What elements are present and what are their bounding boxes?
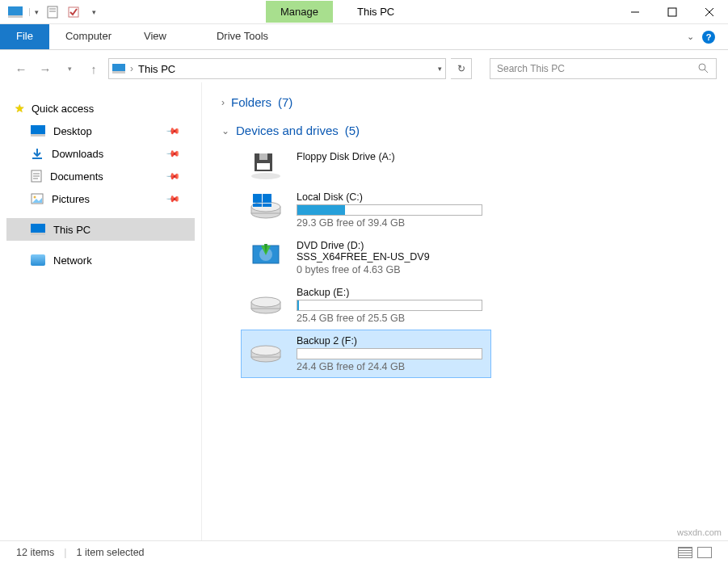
tab-drive-tools[interactable]: Drive Tools	[200, 24, 284, 49]
pin-icon: 📌	[165, 145, 180, 161]
app-icon	[8, 5, 23, 19]
svg-point-24	[251, 173, 280, 179]
svg-point-36	[251, 297, 280, 307]
drive-name: DVD Drive (D:)	[297, 240, 484, 251]
svg-point-39	[251, 346, 280, 355]
search-input[interactable]: Search This PC	[490, 58, 717, 79]
up-button[interactable]: ↑	[84, 59, 103, 78]
svg-rect-10	[112, 64, 125, 71]
chevron-right-icon: ›	[130, 63, 133, 74]
address-bar[interactable]: › This PC ▾	[108, 58, 446, 79]
chevron-right-icon: ›	[221, 97, 225, 108]
section-label: Devices and drives	[236, 124, 339, 137]
desktop-icon	[31, 125, 45, 137]
contextual-tab-manage[interactable]: Manage	[266, 1, 333, 23]
quick-access-toolbar: ▾ ▾	[0, 5, 104, 19]
qat-dropdown-icon[interactable]: ▾	[29, 8, 39, 16]
svg-rect-28	[253, 194, 262, 203]
svg-rect-31	[263, 204, 271, 207]
drive-free-text: 25.4 GB free of 25.5 GB	[297, 313, 484, 324]
drive-name: Backup (E:)	[297, 287, 484, 298]
close-button[interactable]	[691, 0, 728, 24]
hdd-icon	[248, 191, 284, 221]
back-button[interactable]: ←	[11, 59, 31, 78]
drive-name: Local Disk (C:)	[297, 191, 484, 203]
address-dropdown-icon[interactable]: ▾	[438, 65, 442, 73]
tab-view[interactable]: View	[128, 24, 183, 49]
drive-item-backup-e[interactable]: Backup (E:) 25.4 GB free of 25.5 GB	[241, 281, 491, 330]
sidebar-item-label: Desktop	[53, 125, 92, 137]
svg-rect-7	[668, 8, 676, 16]
status-item-count: 12 items	[16, 547, 54, 558]
minimize-button[interactable]	[616, 0, 654, 24]
drive-name: Backup 2 (F:)	[297, 335, 484, 347]
address-segment[interactable]: This PC	[138, 63, 175, 75]
sidebar-item-label: This PC	[53, 224, 90, 236]
navigation-pane: ★ Quick access Desktop 📌 Downloads 📌 Doc…	[0, 82, 202, 540]
sidebar-quick-access[interactable]: ★ Quick access	[6, 97, 195, 120]
content-area: › Folders (7) ⌄ Devices and drives (5) F…	[202, 82, 728, 540]
documents-icon	[31, 170, 42, 183]
drive-name: Floppy Disk Drive (A:)	[297, 151, 484, 162]
titlebar: ▾ ▾ Manage This PC	[0, 0, 728, 24]
forward-button[interactable]: →	[36, 59, 55, 78]
sidebar-item-pictures[interactable]: Pictures 📌	[6, 187, 195, 210]
maximize-button[interactable]	[654, 0, 691, 24]
pin-icon: 📌	[165, 123, 180, 138]
chevron-down-icon: ⌄	[221, 125, 229, 137]
sidebar-item-this-pc[interactable]: This PC	[6, 218, 195, 241]
svg-rect-29	[263, 194, 271, 203]
tab-file[interactable]: File	[0, 24, 49, 49]
section-count: (7)	[278, 95, 292, 109]
sidebar-item-downloads[interactable]: Downloads 📌	[6, 142, 195, 165]
network-icon	[31, 254, 45, 266]
refresh-button[interactable]: ↻	[451, 58, 472, 79]
pin-icon: 📌	[165, 191, 180, 206]
drive-free-text: 0 bytes free of 4.63 GB	[297, 264, 484, 275]
svg-rect-23	[257, 163, 270, 170]
sidebar-item-network[interactable]: Network	[6, 249, 195, 271]
sidebar-item-documents[interactable]: Documents 📌	[6, 165, 195, 187]
pin-icon: 📌	[165, 168, 180, 183]
sidebar-item-desktop[interactable]: Desktop 📌	[6, 120, 195, 142]
drive-item-floppy[interactable]: Floppy Disk Drive (A:)	[241, 145, 491, 186]
drive-free-text: 29.3 GB free of 39.4 GB	[297, 217, 484, 229]
dvd-icon	[248, 240, 284, 269]
section-count: (5)	[345, 124, 360, 137]
star-icon: ★	[15, 102, 25, 115]
capacity-bar	[297, 348, 482, 359]
svg-rect-2	[48, 6, 57, 18]
drive-item-dvd[interactable]: DVD Drive (D:) SSS_X64FREE_EN-US_DV9 0 b…	[241, 234, 491, 281]
status-selection: 1 item selected	[77, 547, 145, 558]
svg-line-13	[705, 69, 708, 73]
drive-item-backup2-f[interactable]: Backup 2 (F:) 24.4 GB free of 24.4 GB	[241, 330, 491, 378]
properties-icon[interactable]	[45, 5, 60, 19]
ribbon-collapse-icon[interactable]: ⌄	[687, 32, 694, 42]
svg-rect-1	[8, 15, 23, 18]
search-icon	[698, 63, 709, 74]
sidebar-item-label: Downloads	[52, 148, 103, 160]
pc-icon	[112, 64, 125, 74]
capacity-bar	[297, 204, 482, 216]
qat-custom-dropdown-icon[interactable]: ▾	[87, 8, 96, 16]
tab-computer[interactable]: Computer	[49, 24, 128, 49]
sidebar-item-label: Pictures	[52, 193, 90, 205]
section-folders[interactable]: › Folders (7)	[221, 95, 709, 109]
sidebar-item-label: Network	[53, 254, 92, 267]
help-icon[interactable]: ?	[702, 31, 715, 44]
hdd-icon	[248, 335, 284, 364]
watermark: wsxdn.com	[677, 527, 722, 537]
capacity-bar	[297, 300, 482, 311]
drives-list: Floppy Disk Drive (A:) Local Disk (C:) 2…	[241, 145, 709, 378]
search-placeholder: Search This PC	[497, 63, 565, 74]
recent-locations-dropdown[interactable]: ▾	[60, 59, 79, 78]
section-drives[interactable]: ⌄ Devices and drives (5)	[221, 124, 709, 137]
pictures-icon	[31, 193, 44, 204]
details-view-icon[interactable]	[678, 547, 692, 558]
large-icons-view-icon[interactable]	[697, 547, 712, 558]
svg-point-20	[34, 196, 36, 199]
hdd-icon	[248, 287, 284, 316]
checkbox-icon[interactable]	[66, 5, 81, 19]
drive-item-local-c[interactable]: Local Disk (C:) 29.3 GB free of 39.4 GB	[241, 186, 491, 234]
window-title: This PC	[357, 6, 394, 18]
